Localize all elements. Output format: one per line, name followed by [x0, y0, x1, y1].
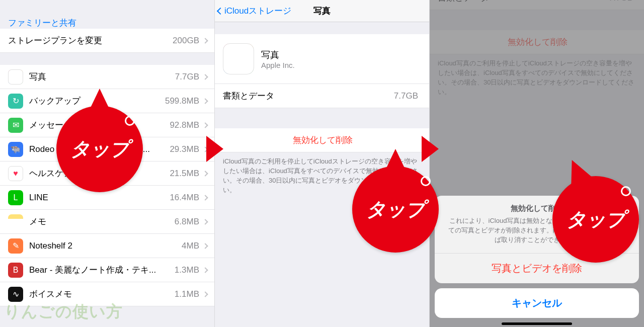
app-icon: ∿	[8, 287, 23, 302]
flow-arrow-1	[206, 136, 223, 162]
back-label: iCloudストレージ	[224, 5, 291, 17]
family-share-label: ファミリーと共有	[8, 17, 76, 29]
app-size: 1.3MB	[175, 265, 199, 275]
app-label: メモ	[29, 216, 175, 227]
app-icon	[8, 69, 23, 85]
app-vendor: Apple Inc.	[261, 61, 295, 69]
app-size: 16.4MB	[170, 193, 199, 203]
chevron-right-icon	[202, 219, 208, 224]
chevron-right-icon	[202, 122, 208, 128]
chevron-right-icon	[202, 243, 208, 249]
chevron-right-icon	[202, 74, 208, 79]
app-usage-row[interactable]: メモ6.8MB	[0, 210, 214, 234]
watermark: りんごの使い方	[4, 301, 123, 323]
flow-arrow-2	[422, 136, 439, 162]
app-icon: ↻	[8, 94, 23, 109]
tap-callout-3: タップ	[552, 176, 639, 263]
home-indicator	[502, 322, 572, 325]
app-icon: L	[8, 190, 23, 205]
chevron-right-icon	[202, 267, 208, 273]
section-gap	[0, 53, 214, 65]
app-size: 21.5MB	[170, 169, 199, 179]
app-icon: ✉	[8, 118, 23, 133]
family-share-header: ファミリーと共有	[0, 2, 214, 29]
app-usage-row[interactable]: 写真7.7GB	[0, 65, 214, 89]
app-size: 4MB	[182, 241, 199, 251]
documents-data-row[interactable]: 書類とデータ 7.7GB	[215, 84, 429, 108]
app-label: Bear - 美麗なノート作成・テキ...	[29, 264, 175, 276]
screen-confirm-sheet: 書類とデータ 7.7GB 無効化して削除 iCloud写真のご利用を停止してiC…	[430, 0, 644, 327]
change-storage-plan-label: ストレージプランを変更	[8, 35, 173, 46]
app-icon: ♥	[8, 166, 23, 181]
app-icon	[8, 214, 23, 229]
app-size: 599.8MB	[165, 96, 199, 106]
tap-callout-2: タップ	[352, 166, 439, 253]
app-usage-row[interactable]: BBear - 美麗なノート作成・テキ...1.3MB	[0, 258, 214, 282]
nav-bar: iCloudストレージ 写真	[215, 0, 429, 22]
photos-app-icon	[223, 43, 254, 74]
app-icon: ✎	[8, 238, 23, 254]
cancel-label: キャンセル	[512, 297, 562, 308]
chevron-right-icon	[202, 98, 208, 104]
cancel-button[interactable]: キャンセル	[435, 288, 639, 318]
app-label: 写真	[29, 71, 175, 83]
documents-data-value: 7.7GB	[394, 91, 418, 101]
app-label: LINE	[29, 193, 170, 203]
app-label: Noteshelf 2	[29, 241, 182, 251]
chevron-right-icon	[202, 195, 208, 200]
app-size: 7.7GB	[175, 72, 199, 82]
change-storage-plan-row[interactable]: ストレージプランを変更 200GB	[0, 29, 214, 53]
app-name: 写真	[261, 49, 295, 61]
delete-photos-videos-label: 写真とビデオを削除	[492, 263, 582, 274]
back-button[interactable]: iCloudストレージ	[215, 5, 291, 17]
app-size: 29.3MB	[170, 144, 199, 154]
chevron-right-icon	[202, 171, 208, 176]
app-icon: 🐃	[8, 142, 23, 157]
chevron-left-icon	[217, 7, 224, 14]
chevron-right-icon	[202, 291, 208, 297]
app-size: 6.8MB	[175, 217, 199, 227]
disable-and-delete-label: 無効化して削除	[293, 134, 353, 146]
chevron-right-icon	[202, 38, 208, 43]
app-size: 92.8MB	[170, 120, 199, 130]
app-usage-row[interactable]: ✎Noteshelf 24MB	[0, 234, 214, 258]
app-label: ボイスメモ	[29, 288, 175, 300]
documents-data-label: 書類とデータ	[223, 90, 394, 102]
app-size: 1.1MB	[175, 289, 199, 299]
change-storage-plan-value: 200GB	[173, 36, 199, 46]
app-icon: B	[8, 263, 23, 278]
app-header-row: 写真 Apple Inc.	[215, 34, 429, 84]
tap-callout-1: タップ	[56, 106, 143, 192]
